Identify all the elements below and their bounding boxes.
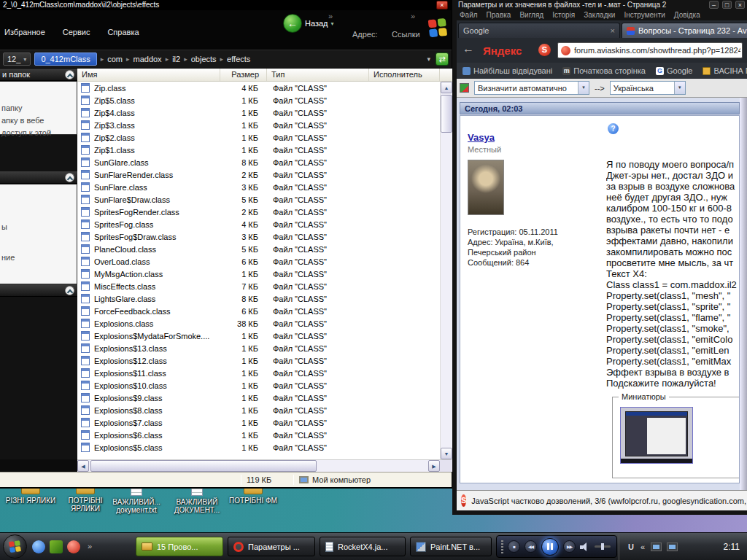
file-row[interactable]: Explosions$9.class 1 КБ Файл "CLASS" [77, 392, 440, 404]
bookmark-item[interactable]: Найбільш відвідувані [462, 66, 552, 75]
file-row[interactable]: Zip.class 4 КБ Файл "CLASS" [77, 82, 440, 94]
breadcrumb-item[interactable]: ▸ effects [217, 55, 251, 63]
user-link[interactable]: Vasya [468, 132, 495, 143]
back-button[interactable]: ← Назад ▾ [283, 14, 334, 33]
maximize-icon[interactable]: □ [722, 1, 732, 9]
tray-collapse-icon[interactable]: « [640, 542, 645, 551]
screenshot-thumbnail[interactable] [620, 407, 693, 464]
chevron-up-icon[interactable] [65, 173, 74, 182]
noscript-icon[interactable]: S [461, 494, 466, 507]
address-dropdown-icon[interactable]: ▾ [427, 55, 430, 63]
stop-button[interactable]: ■ [508, 540, 520, 553]
column-header[interactable]: Имя [77, 69, 220, 81]
file-row[interactable]: Zip$1.class 1 КБ Файл "CLASS" [77, 144, 440, 156]
column-header[interactable]: Тип [267, 69, 369, 81]
taskbar-clock[interactable]: 2:11 [724, 542, 740, 552]
tab-google[interactable]: Google × [458, 23, 620, 38]
file-row[interactable]: Explosions$5.class 1 КБ Файл "CLASS" [77, 441, 440, 454]
taskbar-button[interactable]: RocketX4.ja... [320, 537, 406, 556]
file-row[interactable]: SunFlare$Draw.class 5 КБ Файл "CLASS" [77, 193, 440, 206]
menu-item[interactable]: Історія [552, 10, 575, 20]
file-row[interactable]: Explosions.class 38 КБ Файл "CLASS" [77, 317, 440, 330]
breadcrumb-item[interactable]: ▸ objects [180, 55, 216, 63]
sidebar-place-link[interactable]: ы [1, 222, 7, 231]
breadcrumb-selected[interactable]: 0_412mClass [34, 52, 96, 66]
breadcrumb-item[interactable]: ▸ com [97, 55, 123, 63]
file-row[interactable]: Zip$2.class 1 КБ Файл "CLASS" [77, 131, 440, 144]
file-row[interactable]: SunGlare.class 8 КБ Файл "CLASS" [77, 156, 440, 168]
file-row[interactable]: MiscEffects.class 7 КБ Файл "CLASS" [77, 280, 440, 292]
taskbar-button[interactable]: 15 Прово... [136, 537, 223, 556]
sidebar-section-header[interactable] [0, 284, 77, 297]
tab-close-icon[interactable]: × [611, 23, 615, 38]
bookmark-item[interactable]: G Google [656, 66, 692, 75]
tab-forum[interactable]: Вопросы - Страница 232 - Avia... [622, 23, 747, 38]
file-row[interactable]: Zip$5.class 1 КБ Файл "CLASS" [77, 94, 440, 106]
file-row[interactable]: Explosions$8.class 1 КБ Файл "CLASS" [77, 404, 440, 416]
volume-icon[interactable] [580, 542, 590, 552]
menu-item[interactable]: Закладки [584, 10, 615, 20]
sidebar-task-link[interactable]: папку [1, 104, 22, 112]
breadcrumb-item[interactable]: ▸ maddox [123, 55, 162, 63]
menu-item[interactable]: Справка [107, 28, 139, 36]
scrollbar-thumb[interactable] [441, 95, 452, 133]
sidebar-place-link[interactable]: ние [1, 253, 15, 262]
explorer-titlebar[interactable]: 2_\0_412mClass\com\maddox\il2\objects\ef… [0, 0, 452, 10]
file-row[interactable]: Explosions$6.class 1 КБ Файл "CLASS" [77, 429, 440, 441]
bookmark-item[interactable]: m Початкова сторінка [562, 66, 646, 75]
deskband-grip[interactable] [501, 540, 503, 553]
file-row[interactable]: Explosions$12.class 1 КБ Файл "CLASS" [77, 354, 440, 367]
go-refresh-icon[interactable]: ⇄ [436, 52, 449, 66]
menu-item[interactable]: Довідка [674, 10, 700, 20]
taskbar-button[interactable]: Параметры ... [228, 537, 315, 556]
scroll-left-icon[interactable]: ◀ [77, 460, 89, 472]
file-row[interactable]: Zip$3.class 1 КБ Файл "CLASS" [77, 119, 440, 131]
horizontal-scrollbar[interactable]: ◀ ▶ [77, 459, 452, 472]
sidebar-task-link[interactable]: апку в вебе [1, 116, 44, 125]
file-row[interactable]: SpritesFog.class 4 КБ Файл "CLASS" [77, 218, 440, 230]
script-badge-icon[interactable]: S [538, 44, 551, 56]
sidebar-section-header[interactable]: и папок [0, 69, 77, 81]
scrollbar-thumb[interactable] [90, 460, 317, 472]
help-icon[interactable]: ? [608, 123, 619, 134]
browser-titlebar[interactable]: Параметры и их значения в файлах -тел и … [458, 0, 715, 10]
toolbar-overflow-icon[interactable]: » [411, 12, 415, 20]
file-row[interactable]: PlaneCloud.class 5 КБ Файл "CLASS" [77, 243, 440, 255]
file-row[interactable]: SpritesFogRender.class 2 КБ Файл "CLASS" [77, 206, 440, 218]
scroll-down-icon[interactable]: ▼ [441, 448, 452, 459]
file-row[interactable]: Explosions$MydataForSmoke.... 1 КБ Файл … [77, 330, 440, 342]
minimize-icon[interactable]: – [709, 1, 719, 9]
chevron-up-icon[interactable] [65, 70, 74, 79]
next-button[interactable]: ▶▶ [563, 540, 576, 553]
translate-from-select[interactable]: Визначити автоматично ▾ [474, 81, 589, 95]
avatar[interactable] [468, 160, 504, 215]
file-row[interactable]: MyMsgAction.class 1 КБ Файл "CLASS" [77, 268, 440, 280]
menu-item[interactable]: Інструменти [624, 10, 665, 20]
file-row[interactable]: SpritesFog$Draw.class 3 КБ Файл "CLASS" [77, 230, 440, 243]
links-label[interactable]: Ссылки [392, 30, 420, 39]
menu-item[interactable]: Файл [460, 10, 478, 20]
file-row[interactable]: Explosions$7.class 1 КБ Файл "CLASS" [77, 416, 440, 429]
menu-item[interactable]: Вигляд [519, 10, 543, 20]
page-scrollbar[interactable] [740, 98, 747, 490]
tray-display-icon[interactable] [651, 543, 661, 551]
file-row[interactable]: SunFlareRender.class 2 КБ Файл "CLASS" [77, 168, 440, 181]
play-pause-button[interactable] [541, 538, 559, 556]
menu-item[interactable]: Правка [487, 10, 511, 20]
tray-utorrent-icon[interactable]: U [628, 542, 634, 551]
taskbar-button[interactable]: Paint.NET в... [410, 537, 492, 556]
close-icon[interactable]: × [436, 1, 448, 9]
bookmark-item[interactable]: ВАСІНА ПАПКА [703, 66, 747, 75]
yandex-logo[interactable]: Яндекс [483, 44, 522, 57]
scroll-up-icon[interactable]: ▲ [441, 82, 452, 93]
tray-display-icon-2[interactable] [667, 543, 677, 551]
volume-slider[interactable] [595, 545, 611, 548]
file-row[interactable]: Zip$4.class 1 КБ Файл "CLASS" [77, 106, 440, 119]
close-icon[interactable]: × [735, 1, 745, 9]
translate-to-select[interactable]: Українська ▾ [610, 81, 686, 95]
file-row[interactable]: Explosions$10.class 1 КБ Файл "CLASS" [77, 379, 440, 392]
file-row[interactable]: OverLoad.class 6 КБ Файл "CLASS" [77, 255, 440, 268]
column-header[interactable]: Размер [220, 69, 267, 81]
previous-button[interactable]: ◀◀ [525, 540, 537, 553]
file-row[interactable]: LightsGlare.class 8 КБ Файл "CLASS" [77, 292, 440, 305]
